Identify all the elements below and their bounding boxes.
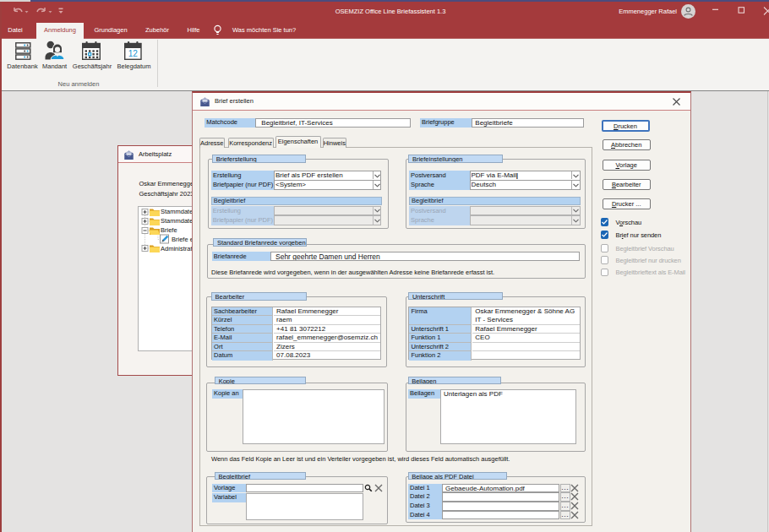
svg-text:12: 12 <box>128 49 138 58</box>
